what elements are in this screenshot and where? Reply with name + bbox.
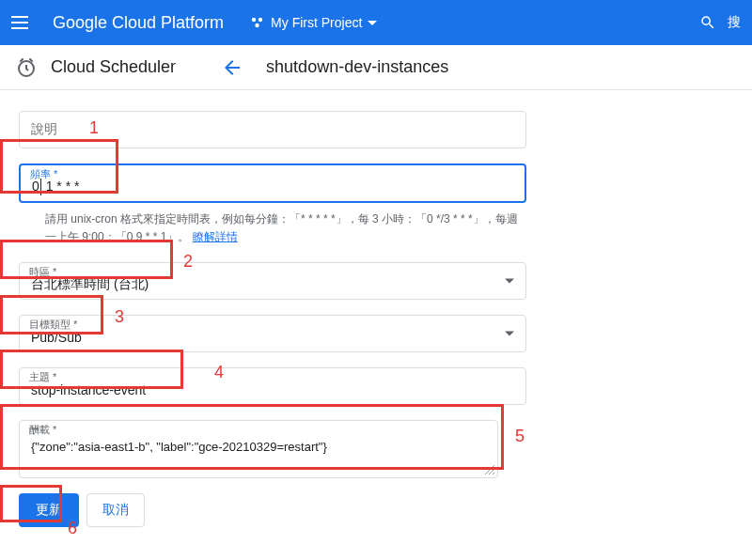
timezone-value: 台北標準時間 (台北)	[31, 276, 514, 293]
frequency-value: 0 1 * * *	[32, 179, 513, 195]
platform-title: Google Cloud Platform	[53, 13, 224, 33]
target-type-value: Pub/Sub	[31, 330, 514, 345]
search-icon[interactable]	[699, 14, 716, 31]
timezone-label: 時區 *	[29, 265, 56, 279]
svg-point-2	[255, 23, 258, 27]
svg-point-0	[252, 18, 256, 22]
description-placeholder: 說明	[31, 121, 57, 138]
payload-field[interactable]: 酬載 * {"zone":"asia-east1-b", "label":"gc…	[19, 420, 498, 478]
timezone-field[interactable]: 時區 * 台北標準時間 (台北)	[19, 262, 526, 300]
cancel-button[interactable]: 取消	[86, 493, 145, 527]
clock-icon	[15, 56, 38, 79]
target-type-field[interactable]: 目標類型 * Pub/Sub	[19, 315, 526, 352]
chevron-down-icon	[505, 331, 514, 335]
frequency-label: 頻率 *	[30, 167, 57, 181]
frequency-help-text: 請用 unix-cron 格式來指定時間表，例如每分鐘：「* * * * *」，…	[19, 207, 526, 246]
chevron-down-icon	[368, 21, 377, 25]
target-type-label: 目標類型 *	[29, 318, 77, 332]
frequency-field[interactable]: 頻率 * 0 1 * * *	[19, 163, 526, 203]
learn-more-link[interactable]: 瞭解詳情	[193, 230, 238, 243]
topic-label: 主題 *	[29, 370, 56, 384]
chevron-down-icon	[505, 278, 514, 283]
svg-point-1	[258, 18, 262, 22]
back-arrow-icon[interactable]	[221, 56, 243, 79]
top-app-bar: Google Cloud Platform My First Project 搜	[0, 0, 752, 45]
topic-field[interactable]: 主題 * stop-instance-event	[19, 367, 526, 405]
job-name-title: shutdown-dev-instances	[266, 57, 448, 77]
form-area: 說明 頻率 * 0 1 * * * 請用 unix-cron 格式來指定時間表，…	[0, 90, 752, 548]
hamburger-menu-icon[interactable]	[11, 11, 34, 34]
project-selector[interactable]: My First Project	[250, 15, 377, 30]
search-label: 搜	[728, 14, 741, 31]
payload-label: 酬載 *	[29, 423, 56, 437]
description-field[interactable]: 說明	[19, 111, 526, 148]
product-title: Cloud Scheduler	[51, 57, 176, 77]
project-name-label: My First Project	[271, 15, 362, 30]
resize-handle-icon[interactable]	[484, 464, 495, 475]
topic-value: stop-instance-event	[31, 382, 514, 397]
button-row: 更新 取消	[19, 493, 733, 527]
update-button[interactable]: 更新	[19, 493, 79, 527]
sub-header: Cloud Scheduler shutdown-dev-instances	[0, 45, 752, 90]
payload-value: {"zone":"asia-east1-b", "label":"gce-202…	[31, 440, 486, 454]
